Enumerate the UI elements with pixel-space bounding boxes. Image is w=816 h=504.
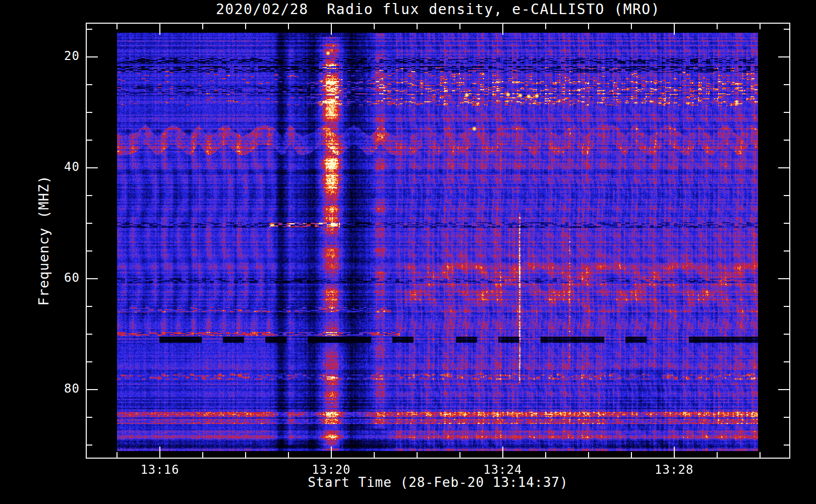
x-tick-minor — [717, 23, 718, 29]
y-tick-minor — [784, 84, 790, 85]
x-tick-label: 13:16 — [120, 463, 200, 477]
x-tick-minor — [374, 452, 375, 459]
x-tick-minor — [717, 452, 718, 459]
x-tick-label: 13:20 — [291, 463, 372, 477]
y-tick-label: 80 — [0, 382, 80, 396]
y-tick-minor — [86, 306, 92, 307]
y-tick-minor — [784, 195, 790, 196]
x-tick-major — [159, 23, 160, 35]
y-tick-minor — [784, 417, 790, 418]
x-tick-minor — [202, 23, 203, 29]
spectrogram-page: 2020/02/28 Radio flux density, e-CALLIST… — [0, 0, 816, 504]
y-tick-minor — [86, 334, 92, 335]
x-tick-label: 13:28 — [634, 463, 715, 477]
x-tick-minor — [202, 452, 203, 459]
y-tick-minor — [86, 195, 92, 196]
y-tick-major — [86, 278, 98, 279]
y-tick-major — [778, 278, 790, 279]
x-axis-label: Start Time (28-Feb-20 13:14:37) — [86, 475, 790, 490]
x-tick-minor — [631, 23, 632, 29]
x-tick-minor — [588, 23, 589, 29]
y-tick-label: 60 — [0, 271, 80, 285]
x-tick-major — [502, 447, 503, 459]
x-tick-label: 13:24 — [462, 463, 543, 477]
y-tick-major — [86, 167, 98, 168]
y-tick-minor — [86, 84, 92, 85]
x-tick-minor — [631, 452, 632, 459]
x-tick-minor — [459, 23, 460, 29]
y-tick-minor — [784, 334, 790, 335]
x-tick-minor — [760, 452, 761, 459]
plot-title: 2020/02/28 Radio flux density, e-CALLIST… — [86, 1, 790, 18]
y-tick-major — [86, 56, 98, 57]
y-tick-minor — [784, 223, 790, 224]
x-tick-minor — [245, 452, 246, 459]
y-tick-minor — [784, 140, 790, 141]
y-tick-label: 40 — [0, 160, 80, 174]
y-tick-major — [778, 56, 790, 57]
x-tick-major — [502, 23, 503, 35]
y-tick-minor — [86, 112, 92, 113]
y-tick-major — [778, 167, 790, 168]
x-tick-minor — [116, 23, 118, 29]
y-tick-minor — [784, 29, 790, 30]
y-tick-label: 20 — [0, 49, 80, 63]
y-tick-minor — [784, 250, 790, 251]
y-tick-minor — [86, 417, 92, 418]
y-tick-major — [86, 389, 98, 390]
x-tick-major — [159, 447, 160, 459]
y-tick-minor — [784, 361, 790, 362]
x-tick-major — [331, 23, 332, 35]
x-tick-minor — [459, 452, 460, 459]
y-tick-minor — [86, 29, 92, 30]
x-tick-minor — [374, 23, 375, 29]
x-tick-minor — [417, 23, 418, 29]
y-tick-minor — [86, 445, 92, 446]
y-tick-minor — [784, 112, 790, 113]
x-tick-minor — [760, 23, 761, 29]
spectrogram-canvas — [117, 33, 758, 451]
y-tick-minor — [86, 223, 92, 224]
x-tick-major — [674, 447, 675, 459]
y-tick-minor — [86, 250, 92, 251]
x-tick-minor — [545, 23, 546, 29]
y-tick-major — [778, 389, 790, 390]
y-tick-minor — [86, 361, 92, 362]
x-tick-major — [674, 23, 675, 35]
x-tick-minor — [116, 452, 118, 459]
y-tick-minor — [784, 445, 790, 446]
x-tick-minor — [288, 452, 289, 459]
x-tick-minor — [545, 452, 546, 459]
x-tick-minor — [245, 23, 246, 29]
x-tick-major — [331, 447, 332, 459]
x-tick-minor — [417, 452, 418, 459]
x-tick-minor — [588, 452, 589, 459]
y-tick-minor — [784, 306, 790, 307]
y-tick-minor — [86, 140, 92, 141]
x-tick-minor — [288, 23, 289, 29]
